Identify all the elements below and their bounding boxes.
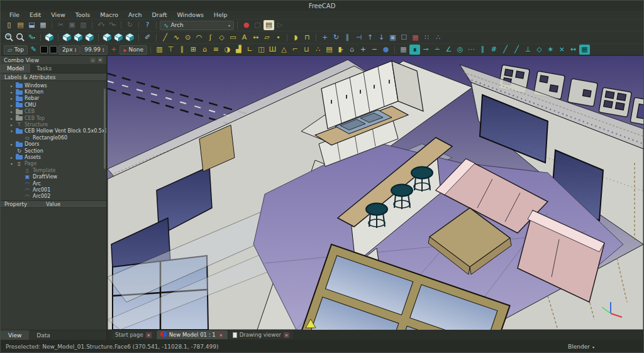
tree-item-template[interactable]: ▯Template (1, 167, 106, 173)
print-icon[interactable]: ▦ (38, 20, 48, 30)
upgrade-icon[interactable]: ↑ (365, 33, 375, 43)
point-array-icon[interactable]: ∴ (433, 33, 443, 43)
axonometric-view-icon[interactable] (44, 33, 55, 43)
menu-edit[interactable]: Edit (30, 11, 41, 18)
subelement-highlight-icon[interactable]: ▦ (410, 33, 421, 43)
copy-icon[interactable]: ▣ (67, 20, 77, 30)
tree-item-assets[interactable]: ▸Assets (1, 154, 106, 160)
downgrade-icon[interactable]: ↓ (376, 33, 387, 43)
fit-selection-icon[interactable] (15, 33, 26, 43)
draft-facebinder-icon[interactable]: ▱ (262, 33, 272, 43)
arch-structure-icon[interactable]: ⊤ (165, 45, 176, 55)
close-panel-icon[interactable]: ✕ (97, 57, 103, 63)
edit-icon[interactable]: ☐ (399, 33, 409, 43)
top-view-icon[interactable] (73, 33, 84, 43)
scale-icon[interactable]: ▣ (387, 33, 398, 43)
expand-arrow[interactable]: ▸ (9, 96, 14, 100)
arch-roof-icon[interactable]: ⌂ (199, 45, 210, 55)
float-panel-icon[interactable]: ▫ (90, 57, 96, 63)
menu-windows[interactable]: Windows (177, 11, 203, 18)
tree-item-ceb-hollow-vent-block-0-5x0-5x0-2cm[interactable]: ▾CEB Hollow Vent Block 0.5x0.5x0.2cm (1, 128, 106, 134)
measure-icon[interactable]: ✐ (142, 33, 153, 43)
arch-window-tool-icon[interactable]: ⊞ (188, 45, 199, 55)
3d-viewport[interactable] (108, 56, 643, 330)
tree-item-rebar[interactable]: ▸Rebar (1, 95, 106, 102)
redo-icon[interactable]: ↷▾ (107, 20, 118, 30)
snap-grid-snap-icon[interactable]: # (489, 45, 499, 55)
expand-arrow[interactable]: ▸ (9, 103, 14, 107)
close-tab-icon[interactable]: ✕ (218, 332, 224, 338)
close-tab-icon[interactable]: ✕ (284, 332, 289, 338)
tree-item-page[interactable]: ▾▯Page (1, 161, 106, 167)
snap-extension-icon[interactable]: ⋯ (466, 45, 477, 55)
arch-stairs-icon[interactable]: ∟ (245, 45, 255, 55)
bottom-view-icon[interactable] (113, 33, 124, 43)
toggle-grid-icon[interactable]: ▦ (579, 45, 590, 55)
menu-macro[interactable]: Macro (100, 11, 118, 18)
paste-icon[interactable]: ▥ (78, 20, 89, 30)
arch-wall-tool-icon[interactable]: ▥ (154, 45, 165, 55)
front-view-icon[interactable] (62, 33, 72, 43)
menu-view[interactable]: View (51, 11, 65, 18)
snap-intersection-icon[interactable]: × (557, 45, 567, 55)
draw-style-icon[interactable]: ✎▾ (26, 33, 37, 43)
property-editor[interactable] (1, 208, 106, 330)
title-bar[interactable]: FreeCAD (1, 1, 643, 11)
arch-schedule-icon[interactable]: ▤ (324, 45, 335, 55)
snap-dimensions-icon[interactable]: ↔ (568, 45, 579, 55)
expand-arrow[interactable]: ▸ (9, 142, 14, 146)
snap-near-icon[interactable]: ╱ (500, 45, 511, 55)
arch-material-icon[interactable]: ▮▾ (335, 45, 346, 55)
expand-arrow[interactable]: ▾ (9, 129, 14, 133)
document-tab-drawing-viewer[interactable]: Drawing viewer✕ (229, 330, 293, 339)
move-icon[interactable]: + (319, 33, 330, 43)
tab-view[interactable]: View (1, 330, 29, 340)
remove-component-icon[interactable]: − (369, 45, 380, 55)
draft-bspline-icon[interactable]: ʃ (205, 33, 216, 43)
expand-arrow[interactable]: ▸ (9, 122, 14, 127)
arch-rebar-icon[interactable]: ∴ (313, 45, 323, 55)
arch-axis-icon[interactable]: ≡ (211, 45, 221, 55)
tab-tasks[interactable]: Tasks (30, 64, 58, 73)
expand-arrow[interactable]: ▸ (9, 116, 14, 121)
snap-working-plane-icon[interactable]: ◇ (534, 45, 545, 55)
draft-text-icon[interactable]: A (239, 33, 250, 43)
expand-arrow[interactable]: ▸ (9, 90, 14, 94)
snap-angle-icon[interactable]: ∠ (443, 45, 454, 55)
snap-midpoint-icon[interactable]: ∸ (432, 45, 443, 55)
draft-arc-icon[interactable]: ◠ (194, 33, 204, 43)
expand-arrow[interactable]: ▸ (9, 109, 14, 114)
array-icon[interactable]: ∷ (421, 33, 432, 43)
arch-wall-icon[interactable]: ◗ (291, 33, 301, 43)
nav-style-selector[interactable]: Blender ▾ (568, 344, 594, 350)
document-tab-new-model-01-1[interactable]: New Model 01 : 1✕ (157, 330, 228, 339)
whats-this-icon[interactable]: ? (142, 20, 153, 30)
line-width-spinner[interactable]: 2px▴▾ (58, 45, 80, 55)
tree-item-draftview[interactable]: ▣DraftView (1, 173, 106, 180)
menu-help[interactable]: Help (214, 11, 228, 18)
fit-all-icon[interactable] (4, 33, 14, 43)
tree-item-arc001[interactable]: ◠Arc001 (1, 187, 106, 193)
tree-item-ceb[interactable]: ▸CEB (1, 109, 106, 115)
menu-arch[interactable]: Arch (128, 11, 142, 18)
arch-truss-icon[interactable]: △ (279, 45, 289, 55)
document-tab-start-page[interactable]: Start page✕ (111, 330, 155, 339)
right-view-icon[interactable] (84, 33, 95, 43)
menu-file[interactable]: File (9, 11, 19, 18)
add-component-icon[interactable]: + (358, 45, 369, 55)
tree-item-rectangle060[interactable]: ▭Rectangle060 (1, 134, 106, 141)
tree-item-windows[interactable]: ▸Windows (1, 82, 106, 89)
arch-section-plane-icon[interactable]: ◑ (222, 45, 233, 55)
left-view-icon[interactable] (125, 33, 135, 43)
tree-item-doors[interactable]: ▸Doors (1, 141, 106, 148)
building-icon[interactable]: ⌂ (347, 45, 357, 55)
draft-point-icon[interactable]: • (273, 33, 284, 43)
macro-stop-icon[interactable]: □ (252, 20, 263, 30)
construction-mode-icon[interactable]: + (108, 45, 119, 55)
tree-scrollbar[interactable] (104, 89, 106, 169)
rear-view-icon[interactable] (102, 33, 113, 43)
macro-dialog-icon[interactable]: ▤ (264, 20, 274, 30)
arch-space-icon[interactable]: ▟ (233, 45, 244, 55)
new-document-icon[interactable]: ▯ (4, 20, 14, 30)
line-color-swatch[interactable] (40, 46, 48, 53)
